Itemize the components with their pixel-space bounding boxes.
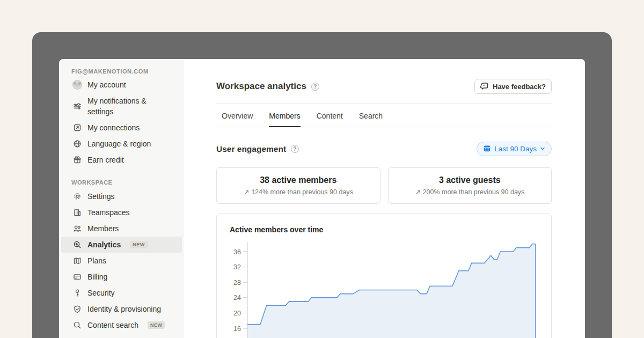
svg-text:32: 32	[233, 263, 241, 271]
sidebar-item-label: Security	[87, 289, 115, 297]
new-badge: NEW	[130, 241, 148, 248]
sidebar-item-label: My connections	[87, 123, 140, 132]
chevron-down-icon	[540, 145, 545, 153]
globe-icon	[72, 139, 82, 149]
arrow-square-icon	[72, 123, 82, 133]
sidebar-item-label: Earn credit	[87, 156, 124, 164]
stat-value: 3 active guests	[439, 175, 501, 185]
sidebar-item-my-connections[interactable]: My connections	[61, 120, 182, 136]
tab-search[interactable]: Search	[359, 112, 383, 127]
sidebar-item-my-notifications-settings[interactable]: My notifications & settings	[61, 93, 182, 120]
sidebar-item-security[interactable]: Security	[61, 285, 182, 301]
settings-sidebar: FIG@MAKENOTION.COM My account My notific…	[59, 59, 184, 338]
credit-card-icon	[72, 272, 82, 282]
sidebar-item-label: Settings	[87, 192, 115, 201]
user-engagement-title: User engagement	[216, 144, 286, 154]
new-badge: NEW	[148, 321, 165, 329]
sidebar-item-identity-provisioning[interactable]: Identity & provisioning	[61, 301, 182, 317]
svg-text:24: 24	[233, 294, 241, 302]
sidebar-item-label: My account	[87, 80, 126, 89]
svg-text:16: 16	[233, 325, 241, 333]
sidebar-item-language-region[interactable]: Language & region	[61, 136, 182, 152]
sidebar-item-label: Language & region	[87, 139, 151, 148]
active-members-stat-card: 38 active members ↗ 124% more than previ…	[216, 167, 380, 204]
account-email-header: FIG@MAKENOTION.COM	[59, 66, 184, 77]
active-guests-stat-card: 3 active guests ↗ 200% more than previou…	[388, 167, 552, 204]
sidebar-item-members[interactable]: Members	[61, 221, 182, 237]
sidebar-item-plans[interactable]: Plans	[61, 253, 182, 269]
sidebar-item-settings[interactable]: Settings	[61, 188, 182, 204]
sidebar-item-earn-credit[interactable]: Earn credit	[61, 152, 182, 168]
stat-delta-text: 200% more than previous 90 days	[423, 188, 525, 196]
analytics-main-content: Workspace analytics ? Have feedback? Ove…	[184, 59, 585, 338]
svg-text:28: 28	[233, 279, 241, 286]
sidebar-item-label: Plans	[87, 256, 106, 265]
trend-up-icon: ↗	[244, 188, 249, 196]
app-window: FIG@MAKENOTION.COM My account My notific…	[32, 32, 612, 338]
tab-members[interactable]: Members	[269, 112, 300, 127]
sidebar-item-label: Teamspaces	[87, 208, 130, 217]
feedback-button-label: Have feedback?	[493, 83, 546, 91]
people-icon	[72, 224, 82, 233]
page-title: Workspace analytics	[216, 81, 306, 92]
sidebar-item-label: My notifications & settings	[87, 95, 172, 117]
speech-bubble-icon	[480, 82, 489, 92]
sliders-icon	[72, 101, 82, 111]
magnifier-plus-icon	[72, 240, 82, 249]
chart-title: Active members over time	[217, 214, 551, 234]
tab-overview[interactable]: Overview	[222, 112, 253, 127]
sidebar-item-analytics[interactable]: Analytics NEW	[61, 237, 182, 253]
analytics-tabs: Overview Members Content Search	[216, 112, 552, 127]
key-icon	[72, 288, 82, 298]
sidebar-item-billing[interactable]: Billing	[61, 269, 182, 285]
svg-text:36: 36	[233, 248, 241, 256]
have-feedback-button[interactable]: Have feedback?	[474, 79, 552, 94]
calendar-icon	[483, 144, 491, 154]
magnifier-icon	[72, 320, 82, 330]
sidebar-item-label: Analytics	[87, 240, 121, 249]
sidebar-item-teamspaces[interactable]: Teamspaces	[61, 204, 182, 221]
sidebar-item-label: Billing	[87, 273, 107, 281]
date-range-label: Last 90 Days	[494, 145, 537, 153]
help-icon[interactable]: ?	[311, 83, 319, 91]
map-icon	[72, 256, 82, 266]
active-members-chart-card: Active members over time 162024283236	[216, 214, 552, 338]
header-divider	[216, 103, 552, 104]
building-icon	[72, 208, 82, 217]
avatar-icon	[72, 80, 82, 90]
help-icon[interactable]: ?	[291, 145, 299, 153]
sidebar-item-label: Members	[87, 224, 119, 233]
date-range-dropdown[interactable]: Last 90 Days	[477, 142, 552, 156]
trend-up-icon: ↗	[415, 188, 420, 196]
shield-check-icon	[72, 304, 82, 314]
members-over-time-chart: 162024283236	[217, 242, 552, 338]
tab-content[interactable]: Content	[317, 112, 343, 127]
sidebar-item-label: Identity & provisioning	[87, 305, 161, 313]
gear-icon	[72, 192, 82, 201]
gift-icon	[72, 155, 82, 165]
stat-value: 38 active members	[260, 175, 336, 185]
stat-delta-text: 124% more than previous 90 days	[251, 188, 353, 196]
sidebar-item-my-account[interactable]: My account	[61, 77, 182, 93]
settings-panel: FIG@MAKENOTION.COM My account My notific…	[59, 59, 585, 338]
workspace-section-header: WORKSPACE	[59, 177, 184, 188]
sidebar-item-label: Content search	[87, 321, 138, 329]
sidebar-item-content-search[interactable]: Content search NEW	[61, 317, 182, 333]
svg-text:20: 20	[233, 310, 241, 317]
